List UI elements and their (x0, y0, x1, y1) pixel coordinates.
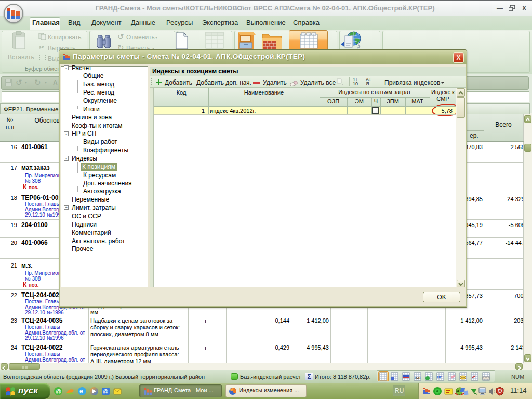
svg-text:@: @ (103, 389, 108, 394)
svg-text:ТСН: ТСН (414, 376, 420, 379)
svg-text:НР: НР (437, 375, 442, 379)
svg-text:e: e (79, 388, 83, 395)
svg-text:@: @ (56, 388, 61, 394)
